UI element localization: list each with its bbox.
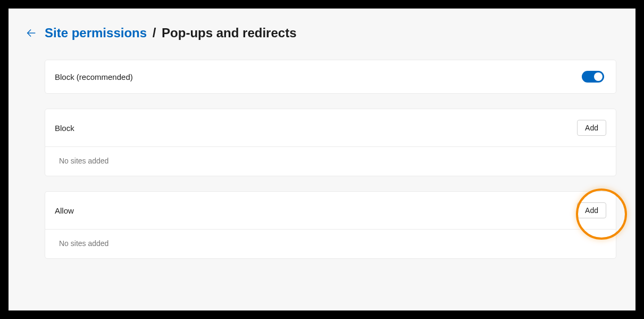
- block-recommended-label: Block (recommended): [55, 72, 133, 81]
- block-recommended-toggle[interactable]: [582, 71, 604, 83]
- allow-add-button[interactable]: Add: [577, 202, 606, 218]
- breadcrumb-current: Pop-ups and redirects: [162, 26, 296, 40]
- content-area: Block (recommended) Block Add No sites a…: [26, 60, 618, 259]
- block-section-title: Block: [55, 124, 74, 133]
- block-section-header: Block Add: [45, 109, 616, 147]
- allow-section-title: Allow: [55, 206, 74, 215]
- allow-section-empty: No sites added: [45, 230, 616, 258]
- block-section-card: Block Add No sites added: [45, 109, 616, 176]
- block-recommended-card: Block (recommended): [45, 60, 616, 94]
- breadcrumb-separator: /: [153, 26, 156, 40]
- breadcrumb-parent-link[interactable]: Site permissions: [45, 26, 147, 40]
- breadcrumb: Site permissions / Pop-ups and redirects: [26, 26, 618, 40]
- allow-section-card: Allow Add No sites added: [45, 191, 616, 259]
- toggle-knob: [594, 72, 603, 81]
- block-add-button[interactable]: Add: [577, 120, 606, 136]
- allow-section-header: Allow Add: [45, 192, 616, 230]
- breadcrumb-text: Site permissions / Pop-ups and redirects: [45, 26, 296, 40]
- block-recommended-row: Block (recommended): [45, 60, 616, 93]
- back-arrow-icon[interactable]: [26, 27, 37, 39]
- block-section-empty: No sites added: [45, 147, 616, 176]
- settings-page: Site permissions / Pop-ups and redirects…: [9, 9, 635, 310]
